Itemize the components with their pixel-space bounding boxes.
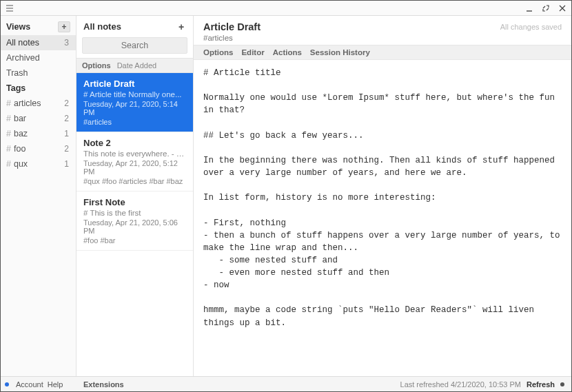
sync-dot-icon [560,382,564,386]
tab-options[interactable]: Options [203,48,233,56]
footer-bar: Account Help Extensions Last refreshed 4… [1,376,571,391]
tag-qux[interactable]: #qux 1 [1,156,76,172]
footer-middle: Extensions [81,380,198,389]
footer-left: Account Help [5,380,81,389]
tag-articles[interactable]: #articles 2 [1,96,76,111]
tab-editor[interactable]: Editor [241,48,264,56]
last-refreshed-label: Last refreshed 4/21/2020, 10:53 PM [400,380,522,389]
minimize-icon[interactable] [524,3,534,13]
tags-header: Tags [1,81,76,96]
add-view-button[interactable]: + [58,21,70,32]
extensions-link[interactable]: Extensions [83,380,124,389]
note-0-tags: #articles [83,118,186,126]
note-card-1[interactable]: Note 2 This note is everywhere. - do... … [76,132,193,192]
sidebar-trash-label: Trash [6,68,28,78]
account-link[interactable]: Account [16,380,43,389]
note-0-time: Tuesday, Apr 21, 2020, 5:14 PM [83,100,186,116]
sidebar-item-allnotes[interactable]: All notes 3 [1,35,76,50]
note-2-preview: # This is the first [83,209,186,217]
notes-list-pane: All notes + Options Date Added Article D… [76,16,194,376]
hash-icon: # [6,114,11,123]
hash-icon: # [6,144,11,154]
help-link[interactable]: Help [48,380,63,389]
note-0-preview: # Article title Normally one... [83,90,186,99]
tag-foo[interactable]: #foo 2 [1,141,76,156]
editor-body[interactable]: # Article title Normally one would use *… [194,60,571,376]
note-1-time: Tuesday, Apr 21, 2020, 5:12 PM [83,159,186,176]
editor-title: Article Draft [203,21,261,32]
sidebar-allnotes-count: 3 [64,38,69,48]
editor-header: Article Draft #articles All changes save… [194,16,571,45]
title-bar [1,1,571,16]
editor-save-status: All changes saved [500,23,562,31]
status-dot-icon [5,382,9,386]
search-wrap [82,37,187,54]
tab-actions[interactable]: Actions [273,48,302,56]
tags-label: Tags [6,83,25,93]
sidebar: Views + All notes 3 Archived Trash Tags … [1,16,76,376]
note-0-title: Article Draft [83,79,186,89]
views-header: Views + [1,19,76,35]
hash-icon: # [6,129,11,138]
notes-list-header: All notes + [76,16,193,36]
sidebar-item-archived[interactable]: Archived [1,50,76,65]
note-2-tags: #foo #bar [83,236,186,245]
editor-header-left: Article Draft #articles [203,21,261,42]
note-1-tags: #qux #foo #articles #bar #baz [83,177,186,185]
editor-tabs: Options Editor Actions Session History [194,45,571,60]
editor-pane: Article Draft #articles All changes save… [194,16,571,376]
close-icon[interactable] [558,3,567,13]
notes-filter-bar: Options Date Added [76,58,193,73]
note-card-2[interactable]: First Note # This is the first Tuesday, … [76,192,193,251]
note-1-title: Note 2 [83,138,186,148]
add-note-button[interactable]: + [176,22,186,32]
filter-options[interactable]: Options [82,61,111,70]
hash-icon: # [6,99,11,108]
refresh-button[interactable]: Refresh [527,380,555,389]
note-2-time: Tuesday, Apr 21, 2020, 5:06 PM [83,218,186,235]
tag-baz[interactable]: #baz 1 [1,126,76,141]
footer-right: Last refreshed 4/21/2020, 10:53 PM Refre… [198,380,567,389]
note-2-title: First Note [83,197,186,207]
main-layout: Views + All notes 3 Archived Trash Tags … [1,16,571,376]
search-input[interactable] [82,37,187,54]
sidebar-archived-label: Archived [6,53,40,63]
maximize-icon[interactable] [541,3,551,13]
sidebar-item-trash[interactable]: Trash [1,65,76,81]
tab-session-history[interactable]: Session History [310,48,370,56]
views-label: Views [6,22,30,32]
editor-tags: #articles [203,34,261,42]
note-1-preview: This note is everywhere. - do... [83,149,186,158]
filter-date[interactable]: Date Added [117,61,157,70]
hamburger-icon[interactable] [5,3,14,13]
sidebar-allnotes-label: All notes [6,38,39,48]
note-card-0[interactable]: Article Draft # Article title Normally o… [76,73,193,132]
notes-list-title: All notes [83,21,121,32]
tag-bar[interactable]: #bar 2 [1,111,76,126]
hash-icon: # [6,159,11,169]
